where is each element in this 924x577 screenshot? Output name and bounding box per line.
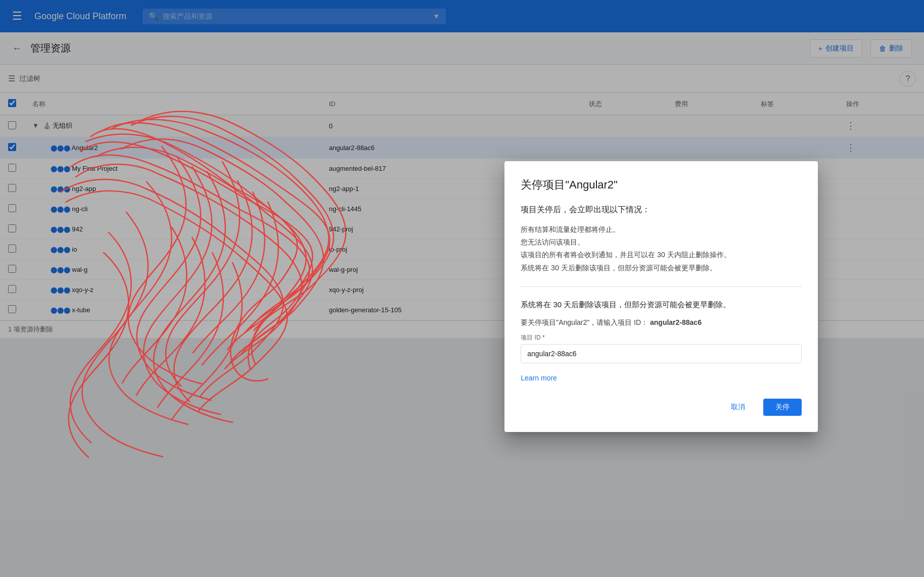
dialog-title: 关停项目"Angular2" — [521, 177, 802, 193]
dialog-confirm-text: 要关停项目"Angular2"，请输入项目 ID： angular2-88ac6 — [521, 318, 802, 327]
cancel-button[interactable]: 取消 — [719, 399, 757, 416]
confirm-project-id: angular2-88ac6 — [650, 318, 702, 326]
dialog-warning: 系统将在 30 天后删除该项目，但部分资源可能会被更早删除。 — [521, 299, 802, 311]
consequence-4: 系统将在 30 天后删除该项目，但部分资源可能会被更早删除。 — [521, 262, 802, 274]
shutdown-dialog: 关停项目"Angular2" 项目关停后，会立即出现以下情况： 所有结算和流量处… — [504, 161, 818, 432]
project-id-input-group: 项目 ID * — [521, 333, 802, 363]
input-label-text: 项目 ID — [521, 334, 540, 341]
dialog-consequences: 所有结算和流量处理都将停止。 您无法访问该项目。 该项目的所有者将会收到通知，并… — [521, 223, 802, 274]
consequence-1: 所有结算和流量处理都将停止。 — [521, 223, 802, 236]
consequence-2: 您无法访问该项目。 — [521, 236, 802, 249]
consequence-3: 该项目的所有者将会收到通知，并且可以在 30 天内阻止删除操作。 — [521, 249, 802, 261]
dialog-actions: 取消 关停 — [521, 399, 802, 416]
confirm-prompt: 要关停项目"Angular2"，请输入项目 ID： — [521, 318, 648, 326]
dialog-section-title: 项目关停后，会立即出现以下情况： — [521, 205, 802, 215]
shutdown-button[interactable]: 关停 — [763, 399, 802, 416]
project-id-input[interactable] — [521, 344, 802, 363]
learn-more-link[interactable]: Learn more — [521, 374, 557, 382]
dialog-divider — [521, 286, 802, 287]
required-indicator: * — [542, 334, 545, 341]
input-label: 项目 ID * — [521, 333, 802, 342]
